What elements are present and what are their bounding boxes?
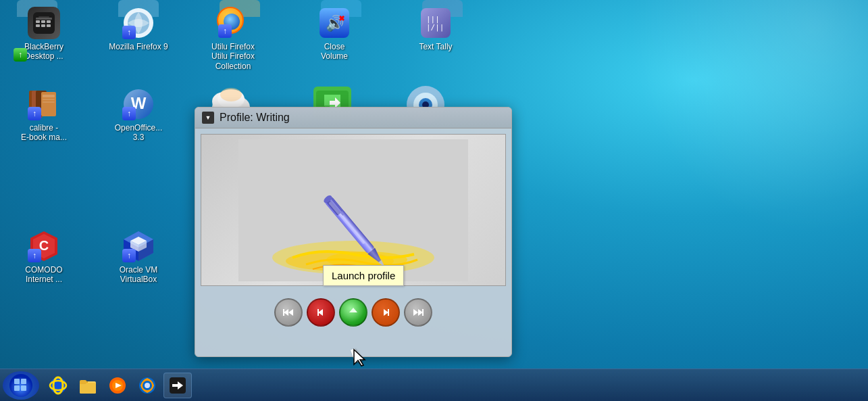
- svg-marker-65: [384, 309, 388, 316]
- svg-marker-58: [284, 309, 288, 316]
- comodo-label: COMODOInternet ...: [25, 265, 62, 285]
- calibre-badge: ↑: [28, 107, 41, 120]
- ie-icon: [49, 376, 68, 395]
- desktop-swirl: [598, 0, 868, 270]
- svg-point-87: [145, 383, 150, 388]
- desktop-icon-texttally[interactable]: ||| |/|| Text Tally: [405, 7, 466, 51]
- svg-rect-5: [41, 24, 45, 27]
- svg-rect-69: [422, 309, 424, 316]
- tooltip-text: Launch profile: [332, 270, 395, 281]
- desktop-icon-closevol[interactable]: 🔊 CloseVolume: [304, 7, 365, 62]
- profile-titlebar-icon: [202, 112, 214, 124]
- utilu-badge: ↑: [218, 24, 232, 38]
- tooltip: Launch profile: [323, 265, 404, 286]
- explorer-icon: [78, 376, 97, 395]
- next-button[interactable]: [372, 298, 400, 327]
- svg-point-31: [220, 88, 242, 101]
- svg-rect-1: [36, 20, 40, 23]
- svg-rect-6: [47, 24, 51, 27]
- svg-rect-80: [80, 383, 96, 394]
- desktop-icon-blackberry[interactable]: ↑ BlackBerry Desktop ...: [14, 7, 74, 62]
- mozilla-label: Mozilla Firefox 9: [109, 42, 168, 51]
- profile-image-area: [201, 134, 506, 286]
- svg-marker-64: [349, 308, 357, 312]
- openoffice-badge: ↑: [122, 107, 136, 120]
- calibre-label: calibre -E-book ma...: [21, 123, 67, 143]
- profile-titlebar: Profile: Writing: [195, 108, 511, 128]
- taskbar-item-ie[interactable]: [45, 373, 72, 398]
- desktop: ↑ BlackBerry Desktop ... ↑ Mozilla Firef…: [0, 0, 868, 401]
- taskbar: [0, 369, 868, 401]
- svg-rect-7: [36, 18, 52, 20]
- prev-button[interactable]: [307, 298, 335, 327]
- svg-rect-23: [43, 99, 55, 100]
- taskbar-item-explorer[interactable]: [74, 373, 101, 398]
- taskbar-item-mediaplayer[interactable]: [104, 373, 131, 398]
- profile-title: Profile: Writing: [220, 112, 290, 124]
- firefox-icon: [138, 376, 157, 395]
- svg-rect-3: [47, 20, 51, 23]
- svg-text:|/||: |/||: [426, 23, 444, 32]
- utilu-label: Utilu FirefoxUtilu Firefox Collection: [203, 42, 263, 71]
- play-button[interactable]: [339, 298, 367, 327]
- svg-rect-75: [21, 385, 26, 391]
- desktop-icon-utilu[interactable]: ↑ Utilu FirefoxUtilu Firefox Collection: [203, 7, 263, 71]
- profile-image-svg: [238, 139, 468, 281]
- svg-rect-63: [317, 309, 319, 316]
- svg-rect-81: [80, 380, 86, 384]
- svg-marker-59: [288, 309, 293, 316]
- virtualbox-label: Oracle VMVirtualBox: [120, 265, 158, 285]
- blackberry-badge: ↑: [14, 48, 27, 62]
- profile-popup: Profile: Writing: [195, 107, 512, 357]
- taskbar-item-firefox[interactable]: [134, 373, 161, 398]
- svg-marker-67: [413, 309, 418, 316]
- svg-rect-72: [14, 379, 20, 384]
- desktop-icon-openoffice[interactable]: W ↑ OpenOffice...3.3: [108, 88, 169, 143]
- desktop-icon-comodo[interactable]: C ↑ COMODOInternet ...: [14, 230, 74, 285]
- desktop-icon-mozilla[interactable]: ↑ Mozilla Firefox 9: [108, 7, 169, 51]
- ffwd-button[interactable]: [404, 298, 432, 327]
- svg-rect-73: [21, 379, 26, 384]
- svg-rect-22: [43, 95, 55, 97]
- svg-rect-4: [36, 24, 40, 27]
- comodo-badge: ↑: [28, 249, 41, 262]
- start-button[interactable]: [3, 371, 39, 400]
- svg-rect-74: [14, 385, 20, 391]
- svg-rect-66: [388, 309, 389, 316]
- svg-point-71: [9, 374, 32, 397]
- texttally-label: Text Tally: [419, 42, 452, 51]
- desktop-icon-calibre[interactable]: ↑ calibre -E-book ma...: [14, 88, 74, 143]
- closevol-label: CloseVolume: [321, 42, 348, 62]
- svg-rect-60: [283, 309, 284, 316]
- svg-marker-68: [418, 309, 423, 316]
- transport-controls: [195, 291, 511, 333]
- openoffice-label: OpenOffice...3.3: [115, 123, 162, 143]
- desktop-icon-virtualbox[interactable]: ↑ Oracle VMVirtualBox: [108, 230, 169, 285]
- svg-rect-2: [41, 20, 45, 23]
- svg-rect-8: [39, 16, 49, 18]
- svg-marker-62: [318, 309, 323, 316]
- rewind-button[interactable]: [274, 298, 303, 327]
- mozilla-badge: ↑: [122, 26, 136, 39]
- mediaplayer-icon: [108, 376, 127, 395]
- profile-switcher-icon: [168, 376, 187, 395]
- taskbar-item-profile-switcher[interactable]: [163, 373, 192, 398]
- virtualbox-badge: ↑: [122, 249, 136, 262]
- svg-rect-24: [43, 101, 55, 103]
